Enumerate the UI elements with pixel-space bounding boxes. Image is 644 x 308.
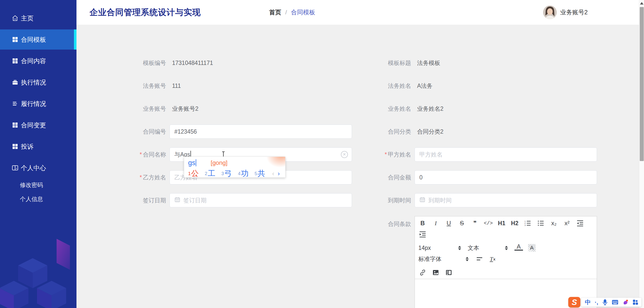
clear-format-button[interactable]: Tx <box>488 255 497 263</box>
required-asterisk: * <box>140 174 142 181</box>
svg-text:3: 3 <box>525 224 526 226</box>
heading2-button[interactable]: H2 <box>510 219 519 227</box>
breadcrumb: 首页 / 合同模板 <box>269 0 315 25</box>
field-value: 法务模板 <box>415 59 440 67</box>
bold-button[interactable]: B <box>418 219 427 227</box>
paragraph-style-picker[interactable]: 文本 <box>468 244 508 252</box>
form-row-business-name: 业务姓名 业务姓名2 <box>361 102 597 116</box>
ime-candidate-2[interactable]: 2工 <box>205 169 215 177</box>
font-size-picker[interactable]: 14px <box>418 244 461 252</box>
scroll-up-arrow[interactable] <box>640 2 643 5</box>
briefcase-icon <box>12 79 18 86</box>
subscript-button[interactable]: x₂ <box>550 219 558 227</box>
field-label: 模板编号 <box>116 59 170 67</box>
paragraph-style-value: 文本 <box>468 244 501 252</box>
sidebar-item-label: 合同内容 <box>21 57 46 65</box>
avatar[interactable] <box>543 6 557 19</box>
field-label: 法务账号 <box>116 82 170 90</box>
indent-button[interactable] <box>418 230 427 239</box>
ime-keyboard-icon[interactable] <box>612 300 618 305</box>
field-label: *甲方姓名 <box>361 151 415 159</box>
field-value: 合同分类2 <box>415 128 444 136</box>
blockquote-button[interactable]: ❞ <box>471 219 479 227</box>
sidebar-subitem-change-password[interactable]: 修改密码 <box>0 178 76 192</box>
sidebar-item-home[interactable]: 主页 <box>0 8 76 28</box>
font-family-value: 标准字体 <box>418 255 462 263</box>
user-menu[interactable]: 业务账号2 <box>543 0 588 25</box>
sidebar-subitem-label: 修改密码 <box>20 181 43 189</box>
ime-toolbox-icon[interactable] <box>632 299 638 305</box>
field-label: 法务姓名 <box>361 82 415 90</box>
form-row-template-id: 模板编号 1731048411171 <box>116 56 352 70</box>
code-block-button[interactable]: </> <box>484 219 493 227</box>
field-label: 模板标题 <box>361 59 415 67</box>
expire-date-input[interactable]: 到期时间 <box>415 193 597 207</box>
highlight-color-button[interactable]: A <box>528 244 536 252</box>
field-label: 业务姓名 <box>361 105 415 113</box>
ime-candidate-3[interactable]: 3弓 <box>221 169 232 177</box>
ime-prev-page-icon[interactable]: ‹ <box>272 170 274 177</box>
heading1-button[interactable]: H1 <box>497 219 506 227</box>
video-button[interactable] <box>445 268 453 277</box>
superscript-button[interactable]: x² <box>563 219 571 227</box>
scrollbar-thumb[interactable] <box>640 7 644 161</box>
field-label: 签订日期 <box>116 197 170 204</box>
rich-text-editor: B I U S ❞ </> H1 H2 123 x₂ x² <box>415 216 597 308</box>
form-row-legal-name: 法务姓名 A法务 <box>361 79 597 93</box>
sidebar-item-label: 投诉 <box>21 142 33 151</box>
sign-date-input[interactable]: 签订日期 <box>170 193 352 207</box>
sidebar: 主页 合同模板 合同内容 执行情况 履行情况 合同变更 投诉 <box>0 0 76 308</box>
ordered-list-button[interactable]: 123 <box>524 219 532 227</box>
field-label: 业务账号 <box>116 105 170 113</box>
strikethrough-button[interactable]: S <box>458 219 466 227</box>
field-label: *乙方姓名 <box>116 174 170 181</box>
field-label: *合同名称 <box>116 151 170 159</box>
italic-button[interactable]: I <box>431 219 440 227</box>
sidebar-item-complaint[interactable]: 投诉 <box>0 136 76 157</box>
form-row-contract-category: 合同分类 合同分类2 <box>361 125 597 139</box>
ime-status-bar: S 中 ·, <box>568 297 641 307</box>
sidebar-item-contract-content[interactable]: 合同内容 <box>0 51 76 71</box>
grid-icon <box>12 58 18 64</box>
calendar-icon <box>419 197 425 204</box>
image-button[interactable] <box>431 268 440 277</box>
sidebar-subitem-personal-info[interactable]: 个人信息 <box>0 192 76 206</box>
ime-microphone-icon[interactable] <box>602 299 608 305</box>
ime-candidate-4[interactable]: 4功 <box>238 169 249 177</box>
ime-next-page-icon[interactable]: › <box>278 170 280 177</box>
breadcrumb-home-link[interactable]: 首页 <box>269 8 281 16</box>
breadcrumb-separator: / <box>285 9 287 16</box>
breadcrumb-current-link[interactable]: 合同模板 <box>291 8 315 16</box>
grid-icon <box>12 36 18 43</box>
picker-arrows-icon <box>505 246 508 250</box>
ime-punctuation-icon[interactable]: ·, <box>595 299 598 306</box>
bullet-list-button[interactable] <box>537 219 545 227</box>
link-button[interactable] <box>418 268 427 277</box>
sidebar-item-execution[interactable]: 执行情况 <box>0 72 76 92</box>
font-color-button[interactable]: A <box>514 244 523 251</box>
ime-mode-chinese-icon[interactable]: 中 <box>585 298 591 306</box>
contract-number-input[interactable] <box>170 125 352 139</box>
sidebar-item-performance[interactable]: 履行情况 <box>0 94 76 114</box>
sidebar-item-contract-template[interactable]: 合同模板 <box>0 29 76 50</box>
sidebar-item-contract-change[interactable]: 合同变更 <box>0 115 76 135</box>
align-button[interactable] <box>475 255 484 263</box>
font-family-picker[interactable]: 标准字体 <box>418 255 469 263</box>
ime-candidate-5[interactable]: 5共 <box>255 169 265 177</box>
clear-input-icon[interactable]: ✕ <box>341 151 348 158</box>
ime-skin-icon[interactable] <box>622 299 628 305</box>
party-a-name-input[interactable] <box>415 147 597 162</box>
field-value: 111 <box>170 83 181 89</box>
field-label: 合同金额 <box>361 174 415 181</box>
ime-candidate-1[interactable]: 1公 <box>188 169 199 177</box>
picker-arrows-icon <box>466 257 469 261</box>
outdent-button[interactable] <box>576 219 584 227</box>
underline-button[interactable]: U <box>445 219 453 227</box>
form-left-column: 模板编号 1731048411171 法务账号 111 业务账号 业务账号2 合… <box>116 56 352 216</box>
username: 业务账号2 <box>560 8 588 16</box>
contract-amount-input[interactable] <box>415 170 597 184</box>
ime-popup: gs [gong] 1公 2工 3弓 4功 5共 ‹ › <box>184 157 286 178</box>
sidebar-item-label: 合同变更 <box>21 121 46 129</box>
sidebar-item-personal-center[interactable]: 个人中心 <box>0 158 76 178</box>
sogou-logo-icon[interactable]: S <box>568 297 580 307</box>
